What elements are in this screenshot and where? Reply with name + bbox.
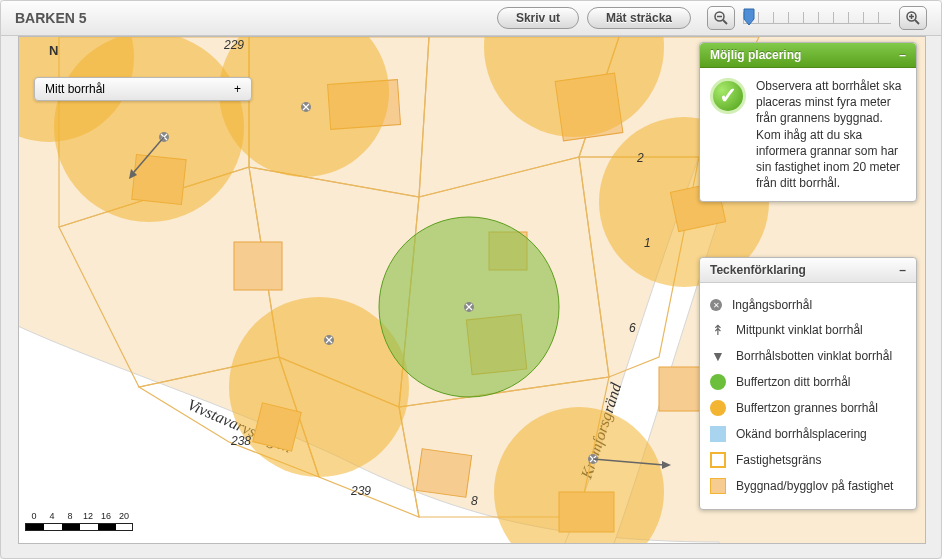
zoom-in-button[interactable] [899, 6, 927, 30]
measure-button[interactable]: Mät sträcka [587, 7, 691, 29]
legend-item: Byggnad/bygglov på fastighet [710, 473, 906, 499]
house-number: 238 [230, 434, 251, 448]
legend-swatch-orange-icon [710, 400, 726, 416]
collapse-icon[interactable]: – [899, 48, 906, 62]
my-borehole-label: Mitt borrhål [45, 82, 105, 96]
zoom-slider[interactable] [743, 12, 891, 24]
svg-line-4 [915, 20, 919, 24]
map-canvas[interactable]: Vivstavarvsvägen Kramforsgränd [18, 36, 926, 544]
zoom-controls [707, 6, 927, 30]
legend-panel: Teckenförklaring – Ingångsborrhål ↟Mittp… [699, 257, 917, 510]
topbar: BARKEN 5 Skriv ut Mät sträcka [1, 1, 941, 36]
legend-item: ↟Mittpunkt vinklat borrhål [710, 317, 906, 343]
my-borehole-toggle[interactable]: Mitt borrhål + [34, 77, 252, 101]
house-number: 2 [636, 151, 644, 165]
zoom-in-icon [905, 10, 921, 26]
status-panel-header[interactable]: Möjlig placering – [700, 43, 916, 68]
house-number: 1 [644, 236, 651, 250]
print-button[interactable]: Skriv ut [497, 7, 579, 29]
legend-swatch-border-icon [710, 452, 726, 468]
house-number: 239 [350, 484, 371, 498]
legend-list: Ingångsborrhål ↟Mittpunkt vinklat borrhå… [710, 293, 906, 499]
legend-swatch-midpoint-icon: ↟ [710, 322, 726, 338]
legend-panel-title: Teckenförklaring [710, 263, 806, 277]
svg-line-1 [723, 20, 727, 24]
legend-swatch-dot-icon [710, 299, 722, 311]
plus-icon: + [234, 82, 241, 96]
legend-item: Buffertzon ditt borrhål [710, 369, 906, 395]
collapse-icon[interactable]: – [899, 263, 906, 277]
page-title: BARKEN 5 [15, 10, 87, 26]
status-text: Observera att borrhålet ska placeras min… [756, 78, 906, 191]
svg-rect-11 [234, 242, 282, 290]
legend-panel-header[interactable]: Teckenförklaring – [700, 258, 916, 283]
status-panel-title: Möjlig placering [710, 48, 801, 62]
legend-item: Buffertzon grannes borrhål [710, 395, 906, 421]
scale-bar: 0 4 8 12 16 20 [25, 511, 133, 531]
legend-swatch-blue-icon [710, 426, 726, 442]
legend-item: Fastighetsgräns [710, 447, 906, 473]
house-number: 229 [223, 38, 244, 52]
house-number: 8 [471, 494, 478, 508]
zoom-out-icon [713, 10, 729, 26]
status-panel: Möjlig placering – ✓ Observera att borrh… [699, 42, 917, 202]
legend-item: Ingångsborrhål [710, 293, 906, 317]
legend-item: Okänd borrhålsplacering [710, 421, 906, 447]
svg-rect-15 [416, 449, 471, 498]
legend-swatch-bottom-icon: ▼ [710, 348, 726, 364]
legend-swatch-green-icon [710, 374, 726, 390]
slider-knob-icon[interactable] [743, 8, 755, 26]
north-indicator: N [49, 43, 58, 58]
house-number: 6 [629, 321, 636, 335]
legend-item: ▼Borrhålsbotten vinklat borrhål [710, 343, 906, 369]
zoom-out-button[interactable] [707, 6, 735, 30]
legend-swatch-building-icon [710, 478, 726, 494]
check-icon: ✓ [710, 78, 746, 114]
